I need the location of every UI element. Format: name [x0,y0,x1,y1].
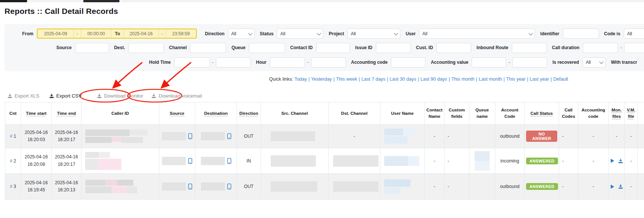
direction-select[interactable]: All [228,29,255,39]
cell-time-start: 2025-04-16 16:20:08 [21,148,52,174]
hold-time-max-input[interactable] [216,57,251,68]
source-input[interactable] [75,43,109,53]
cell-cnt: # 1 [5,125,21,148]
accounting-value-min-input[interactable] [472,57,506,68]
col-header-direction[interactable]: Direction [237,102,261,125]
cell-vm-file: - [625,125,638,148]
channel-input[interactable] [190,43,226,53]
cell-caller-id [81,125,159,148]
user-select[interactable]: All [419,29,535,39]
code-is-select[interactable]: All [624,29,644,39]
record-link[interactable]: # [10,158,12,164]
dest-input[interactable] [128,43,164,53]
cell-call-status: NO ANSWER [525,125,559,148]
accounting-code-input[interactable] [391,57,425,68]
col-header-time-start[interactable]: Time start [21,102,52,125]
cell-accounting-code: - [578,125,609,148]
quick-link-default[interactable]: Default [553,77,568,82]
code-is-value: All [627,31,632,36]
export-csv-button[interactable]: Export CSV [49,93,82,99]
redacted-block [83,129,157,143]
cust-id-label: Cust. ID [416,45,433,50]
cell-direction: IN [237,148,261,174]
contact-id-input[interactable] [316,43,350,53]
project-select[interactable]: All [347,29,400,39]
export-xls-button[interactable]: Export XLS [8,93,39,99]
to-time-input[interactable] [166,31,196,36]
download-voicemail-button[interactable]: Download voicemail [151,93,202,99]
cell-vm-file: - [625,148,638,174]
queue-input[interactable] [249,43,285,53]
issue-id-input[interactable] [376,43,411,53]
col-header-time-end[interactable]: Time end [52,102,81,125]
redacted-block [271,155,316,167]
cell-call-status: ANSWERED [525,174,559,200]
cell-mon-files [609,148,625,174]
to-date-input[interactable] [124,31,158,36]
download-monitor-button[interactable]: Download monitor [97,93,143,99]
redacted-block [201,157,225,165]
quick-link-yesterday[interactable]: Yesterday [311,77,332,82]
hour-min-input[interactable] [270,57,305,68]
export-toolbar: Export XLS Export CSV Download monitor D… [0,91,202,100]
col-header-source[interactable]: Source [159,102,195,125]
source-label: Source [56,45,72,50]
cell-accounting-code: - [578,148,609,174]
status-select[interactable]: All [277,29,323,39]
cell-time-start: 2025-04-16 16:19:45 [21,174,52,200]
range-separator: - [508,60,510,65]
quick-link-this-week[interactable]: This week [336,77,357,82]
download-icon[interactable] [618,158,623,164]
quick-link-this-year[interactable]: This year [506,77,525,82]
cust-id-input[interactable] [436,43,471,53]
redacted-block [162,182,186,191]
browser-edge-segment [0,0,27,2]
col-header-user-name: User Name [380,102,425,125]
inbound-route-input[interactable] [512,43,547,53]
quick-link-last-30-days[interactable]: Last 30 days [390,77,416,82]
is-recovered-select[interactable]: All [582,57,606,68]
record-link[interactable]: # [10,134,12,139]
call-duration-min-input[interactable] [583,43,618,53]
identifier-input[interactable] [563,29,599,39]
hour-max-input[interactable] [311,57,346,68]
hold-time-min-input[interactable] [174,57,210,68]
accounting-value-max-input[interactable] [512,57,547,68]
cell-source [159,148,195,174]
call-duration-max-input[interactable] [624,43,644,53]
col-header-destination[interactable]: Destination [195,102,237,125]
play-icon[interactable] [610,158,615,163]
quick-link-today[interactable]: Today [294,77,307,82]
from-time-input[interactable] [81,31,111,36]
quick-link-this-month[interactable]: This month [451,77,475,82]
record-link[interactable]: # [10,184,12,189]
quick-link-last-year[interactable]: Last year [530,77,549,82]
download-icon[interactable] [618,184,623,189]
code-is-label: Code is [604,31,620,36]
col-header-mon-files[interactable]: Mon. files [609,102,625,125]
filter-row-2: Source Dest. Channel Queue Contact ID Is… [5,42,644,53]
accounting-code-label: Accounting code [351,60,388,65]
from-date-input[interactable] [38,31,74,36]
cell-cut [638,174,644,200]
play-icon[interactable] [610,184,615,189]
date-range-group: - To - [37,29,197,39]
col-header-account-code: Account Code [495,102,525,125]
quick-link-last-7-days[interactable]: Last 7 days [361,77,385,82]
mobile-icon [188,183,192,189]
chevron-down-icon [529,31,533,35]
col-header-call-status[interactable]: Call Status [525,102,559,125]
col-header-vm-file[interactable]: V.M. file [625,102,638,125]
quick-links: Quick links: Today|Yesterday|This week|L… [0,77,568,82]
to-label: To [112,31,124,36]
cdr-report-page: Reports :: Call Detail Records From - To… [0,0,644,218]
cell-destination [195,125,237,148]
quick-link-last-90-days[interactable]: Last 90 days [421,77,447,82]
redacted-block [333,155,379,167]
cell-call-codes: - [559,125,578,148]
cell-dst-channel: - [329,125,380,148]
quick-link-last-month[interactable]: Last month [479,77,502,82]
accounting-value-label: Accounting value [431,60,468,65]
redacted-block [333,181,379,192]
cell-call-status: ANSWERED [525,148,559,174]
